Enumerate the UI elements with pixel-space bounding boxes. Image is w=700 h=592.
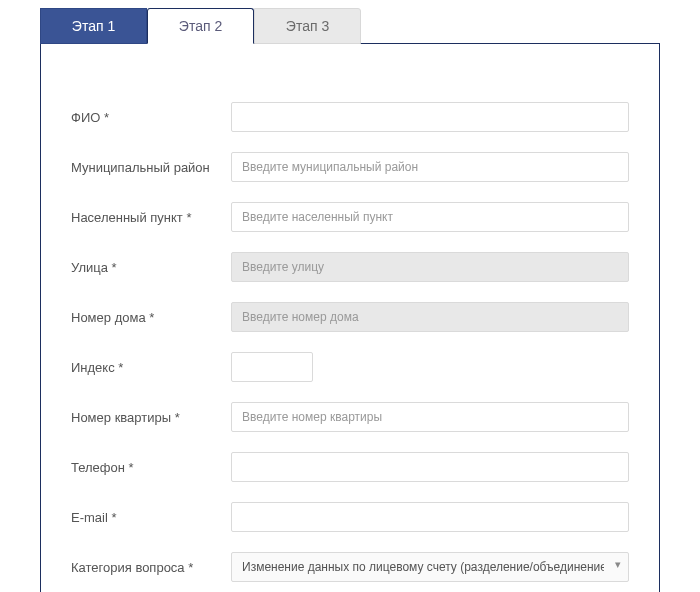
tab-stage-1[interactable]: Этап 1 [40,8,147,44]
label-flat: Номер квартиры * [71,410,231,425]
select-category[interactable]: Изменение данных по лицевому счету (разд… [231,552,629,582]
tabs-bar: Этап 1 Этап 2 Этап 3 [40,8,660,44]
input-street[interactable] [231,252,629,282]
input-house[interactable] [231,302,629,332]
input-phone[interactable] [231,452,629,482]
label-email: E-mail * [71,510,231,525]
label-category: Категория вопроса * [71,560,231,575]
label-settlement: Населенный пункт * [71,210,231,225]
input-fio[interactable] [231,102,629,132]
form-panel: ФИО * Муниципальный район Населенный пун… [40,43,660,592]
input-district[interactable] [231,152,629,182]
label-index: Индекс * [71,360,231,375]
label-phone: Телефон * [71,460,231,475]
label-district: Муниципальный район [71,160,231,175]
input-settlement[interactable] [231,202,629,232]
label-fio: ФИО * [71,110,231,125]
input-email[interactable] [231,502,629,532]
input-flat[interactable] [231,402,629,432]
label-house: Номер дома * [71,310,231,325]
tab-stage-2[interactable]: Этап 2 [147,8,254,44]
tab-stage-3[interactable]: Этап 3 [254,8,361,44]
input-index[interactable] [231,352,313,382]
label-street: Улица * [71,260,231,275]
